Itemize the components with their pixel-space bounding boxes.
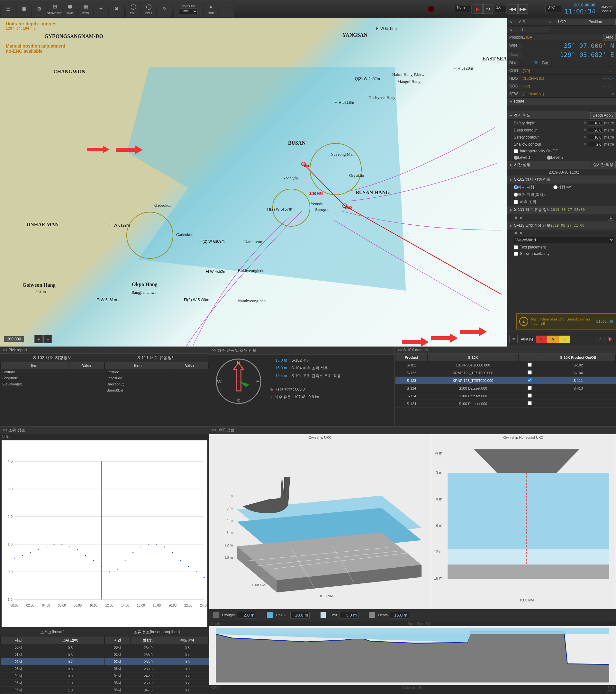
ebl1-button[interactable]: ◯EBL1 bbox=[126, 1, 141, 17]
s10x-title: S-10X data list bbox=[395, 347, 616, 353]
prev-button[interactable]: ◀◀ bbox=[508, 4, 518, 14]
svg-text:-4 m: -4 m bbox=[434, 451, 442, 456]
svg-rect-81 bbox=[448, 549, 609, 564]
loop-button[interactable]: ⟲ bbox=[483, 4, 493, 14]
echart-header[interactable]: 전자 해도 bbox=[507, 111, 590, 119]
svg-text:8 m: 8 m bbox=[436, 523, 442, 528]
svg-point-51 bbox=[132, 552, 133, 553]
s102-pred-checkbox[interactable] bbox=[514, 200, 518, 204]
compass-icon: N S E W bbox=[214, 357, 263, 405]
textplace-checkbox[interactable] bbox=[514, 245, 518, 250]
ebl2-button[interactable]: ◯EBL2 bbox=[142, 1, 156, 17]
vector-on-control[interactable]: Vector On 3 min bbox=[174, 1, 203, 17]
speed-select[interactable]: 1X bbox=[494, 5, 507, 13]
svg-text:0.03 NM: 0.03 NM bbox=[520, 598, 534, 602]
svg-text:1.0: 1.0 bbox=[8, 542, 13, 546]
ack-button[interactable]: ✓ bbox=[596, 335, 604, 343]
syb-button[interactable]: ▦SY/B bbox=[78, 1, 93, 17]
svg-point-41 bbox=[53, 544, 54, 545]
limit-input[interactable] bbox=[339, 612, 359, 619]
uncertainty-checkbox[interactable] bbox=[514, 252, 518, 256]
s102-opt1[interactable] bbox=[514, 185, 518, 189]
play-button[interactable]: ▶ bbox=[473, 4, 483, 14]
svg-text:14:00: 14:00 bbox=[121, 604, 129, 607]
standard-button[interactable]: ⊞STANDARD bbox=[47, 1, 62, 17]
tool-x-button[interactable]: ✖ bbox=[109, 1, 124, 17]
vector-duration-select[interactable]: 3 min bbox=[179, 8, 198, 14]
draught-swatch bbox=[213, 612, 219, 618]
svg-text:0.08 NM: 0.08 NM bbox=[252, 583, 265, 587]
svg-rect-80 bbox=[448, 473, 609, 549]
svg-point-43 bbox=[69, 546, 70, 547]
pap-button[interactable]: ⬢PAP bbox=[63, 1, 77, 17]
alert-list-button[interactable]: ≣ bbox=[509, 335, 518, 343]
depth-apply-button[interactable]: Depth Apply bbox=[590, 112, 616, 118]
chart-canvas[interactable]: Units for depth : metres 128° 34.194' E … bbox=[0, 18, 507, 347]
svg-text:12:00: 12:00 bbox=[105, 604, 113, 607]
tools-icon: ✖ bbox=[114, 5, 119, 13]
timeset-header[interactable]: 시간 설정 bbox=[507, 161, 591, 169]
tz-select[interactable]: UTC bbox=[545, 5, 561, 13]
flow-title: 해수 유동 및 조위 정보 bbox=[209, 347, 395, 354]
wavewind-select[interactable]: WaveWind bbox=[514, 237, 614, 243]
svg-text:24:00: 24:00 bbox=[200, 604, 207, 607]
source-select[interactable]: None bbox=[455, 5, 471, 13]
pencil-icon: ✎ bbox=[162, 5, 166, 13]
warning-icon: ▲ bbox=[519, 317, 528, 326]
scale-label: 200,000 bbox=[4, 336, 24, 342]
ais-label: AIS bbox=[517, 19, 546, 25]
realtime-button[interactable]: 실시간 적용 bbox=[591, 161, 616, 168]
depth-input[interactable] bbox=[389, 612, 409, 619]
zoom-out-button[interactable]: － bbox=[43, 335, 52, 343]
svg-point-45 bbox=[85, 555, 86, 556]
s111-header[interactable]: S-111 해수 유동 정보2019-08-27 23:00 bbox=[507, 206, 616, 214]
layers-button[interactable]: ≡ bbox=[219, 1, 234, 17]
auto-button[interactable]: Auto bbox=[603, 34, 616, 40]
svg-point-54 bbox=[156, 544, 157, 545]
date-text: 2019-08-30 bbox=[565, 3, 595, 7]
svg-point-37 bbox=[22, 555, 23, 556]
menu-button[interactable]: ☰ bbox=[1, 1, 16, 17]
interop-checkbox[interactable] bbox=[514, 149, 518, 153]
s102-header[interactable]: S-102 해저 지형 정보 bbox=[507, 176, 616, 184]
time-text: 11:06:34 bbox=[565, 7, 595, 15]
menu-icon: ☰ bbox=[6, 5, 11, 13]
s413-header[interactable]: S-413 Grid 기상 정보2019-08-27 21:00 bbox=[507, 221, 616, 230]
mute-button[interactable]: 🔇 bbox=[606, 335, 614, 343]
list-button[interactable]: ≣ bbox=[16, 1, 31, 17]
svg-text:18 m: 18 m bbox=[225, 555, 233, 559]
ukcl-swatch bbox=[267, 612, 273, 618]
svg-text:06:00: 06:00 bbox=[58, 604, 66, 607]
day-button[interactable]: ☀ bbox=[94, 1, 108, 17]
ukc-section-view: Own ship Horizontal UKC -4 m 0 m 4 m 8 m… bbox=[431, 434, 616, 609]
settings-button[interactable]: ⚙ bbox=[32, 1, 47, 17]
svg-text:10:00: 10:00 bbox=[89, 604, 97, 607]
svg-text:04:00: 04:00 bbox=[42, 604, 50, 607]
next-button[interactable]: ▶▶ bbox=[518, 4, 528, 14]
datum-label: W84 bbox=[507, 43, 523, 49]
record-icon[interactable] bbox=[428, 6, 434, 12]
edit-button[interactable]: ✎ bbox=[157, 1, 172, 17]
gnd-button[interactable]: ▲GND bbox=[203, 1, 218, 17]
route-ukc-chart bbox=[209, 626, 616, 685]
zoom-in-button[interactable]: ＋ bbox=[34, 335, 43, 343]
svg-point-56 bbox=[172, 552, 173, 553]
s102-opt3[interactable] bbox=[514, 193, 518, 197]
ukcl-input[interactable] bbox=[290, 612, 310, 619]
draught-input[interactable] bbox=[237, 612, 256, 619]
svg-point-44 bbox=[77, 549, 78, 550]
tide-table-1: 시간조위값(m)00시0.501시0.602시0.703시0.804시0.905… bbox=[0, 636, 105, 694]
s111-u-button[interactable]: U bbox=[608, 215, 614, 220]
s102-opt2[interactable] bbox=[553, 185, 558, 189]
lop-button[interactable]: LOP bbox=[556, 19, 585, 25]
svg-point-50 bbox=[125, 560, 126, 561]
depth-swatch bbox=[369, 612, 375, 618]
svg-point-42 bbox=[61, 544, 62, 545]
pick-report-panel: Pick report S-102 해저 지형정보ItemValueLatitu… bbox=[0, 347, 209, 426]
alert-yellow-count: 0 bbox=[559, 335, 570, 343]
position-button[interactable]: Position bbox=[586, 19, 616, 25]
limit-swatch bbox=[321, 612, 326, 618]
gear-icon: ⚙ bbox=[37, 5, 41, 13]
alarm-toast[interactable]: ▲ Malfunction of ECDIS [Speed1 sensor in… bbox=[517, 313, 616, 329]
route-header[interactable]: Route bbox=[507, 98, 616, 105]
